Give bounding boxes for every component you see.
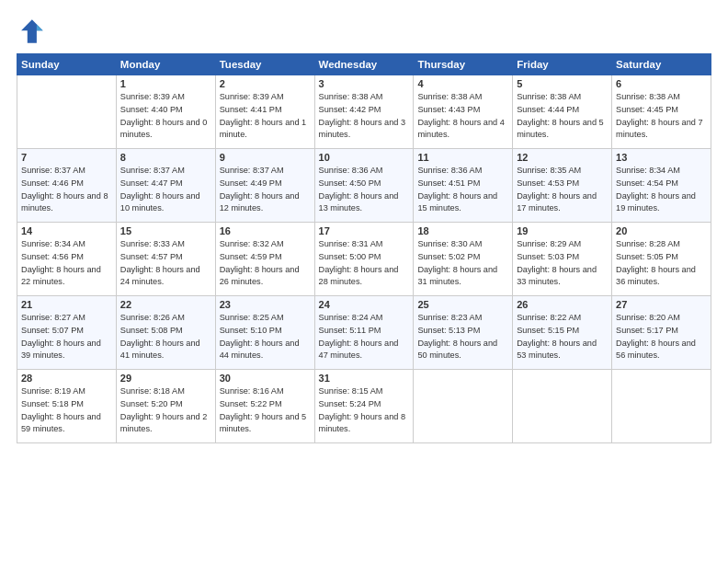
calendar-cell: [17, 75, 117, 149]
calendar-cell: 30Sunrise: 8:16 AMSunset: 5:22 PMDayligh…: [215, 370, 314, 443]
page: SundayMondayTuesdayWednesdayThursdayFrid…: [0, 0, 728, 563]
calendar-cell: 13Sunrise: 8:34 AMSunset: 4:54 PMDayligh…: [612, 149, 711, 223]
header-row: SundayMondayTuesdayWednesdayThursdayFrid…: [17, 54, 711, 75]
day-number: 17: [319, 225, 410, 236]
day-info: Sunrise: 8:37 AMSunset: 4:47 PMDaylight:…: [120, 165, 211, 215]
calendar-cell: [612, 370, 711, 443]
day-info: Sunrise: 8:37 AMSunset: 4:46 PMDaylight:…: [21, 165, 112, 215]
day-number: 6: [616, 78, 707, 89]
calendar-week-row: 21Sunrise: 8:27 AMSunset: 5:07 PMDayligh…: [17, 296, 711, 370]
day-number: 24: [319, 299, 410, 310]
day-number: 7: [21, 152, 112, 163]
day-number: 9: [220, 152, 311, 163]
calendar-cell: 24Sunrise: 8:24 AMSunset: 5:11 PMDayligh…: [314, 296, 414, 370]
svg-marker-0: [21, 19, 43, 42]
calendar-cell: 11Sunrise: 8:36 AMSunset: 4:51 PMDayligh…: [414, 149, 513, 223]
calendar-cell: 1Sunrise: 8:39 AMSunset: 4:40 PMDaylight…: [116, 75, 215, 149]
calendar-cell: 29Sunrise: 8:18 AMSunset: 5:20 PMDayligh…: [116, 370, 215, 443]
day-number: 20: [616, 225, 707, 236]
day-number: 22: [120, 299, 211, 310]
weekday-header: Tuesday: [215, 54, 314, 75]
day-number: 4: [417, 78, 508, 89]
calendar-cell: 10Sunrise: 8:36 AMSunset: 4:50 PMDayligh…: [314, 149, 414, 223]
logo-icon: [17, 17, 46, 46]
day-info: Sunrise: 8:16 AMSunset: 5:22 PMDaylight:…: [220, 385, 311, 436]
day-number: 12: [517, 152, 608, 163]
svg-marker-1: [37, 24, 43, 30]
day-number: 11: [417, 152, 508, 163]
day-info: Sunrise: 8:36 AMSunset: 4:51 PMDaylight:…: [417, 165, 508, 215]
day-number: 13: [616, 152, 707, 163]
calendar-week-row: 7Sunrise: 8:37 AMSunset: 4:46 PMDaylight…: [17, 149, 711, 223]
day-number: 3: [319, 78, 410, 89]
day-info: Sunrise: 8:39 AMSunset: 4:40 PMDaylight:…: [120, 91, 211, 142]
day-number: 25: [417, 299, 508, 310]
weekday-header: Thursday: [414, 54, 513, 75]
day-info: Sunrise: 8:35 AMSunset: 4:53 PMDaylight:…: [517, 165, 608, 215]
day-info: Sunrise: 8:24 AMSunset: 5:11 PMDaylight:…: [319, 312, 410, 362]
calendar-week-row: 14Sunrise: 8:34 AMSunset: 4:56 PMDayligh…: [17, 223, 711, 296]
calendar-cell: 6Sunrise: 8:38 AMSunset: 4:45 PMDaylight…: [612, 75, 711, 149]
day-number: 16: [220, 225, 311, 236]
day-info: Sunrise: 8:22 AMSunset: 5:15 PMDaylight:…: [517, 312, 608, 362]
logo: [17, 17, 50, 46]
day-info: Sunrise: 8:39 AMSunset: 4:41 PMDaylight:…: [220, 91, 311, 142]
day-info: Sunrise: 8:25 AMSunset: 5:10 PMDaylight:…: [220, 312, 311, 362]
day-info: Sunrise: 8:27 AMSunset: 5:07 PMDaylight:…: [21, 312, 112, 362]
day-info: Sunrise: 8:38 AMSunset: 4:42 PMDaylight:…: [319, 91, 410, 142]
calendar-cell: 3Sunrise: 8:38 AMSunset: 4:42 PMDaylight…: [314, 75, 414, 149]
day-number: 21: [21, 299, 112, 310]
day-number: 18: [417, 225, 508, 236]
calendar-cell: 4Sunrise: 8:38 AMSunset: 4:43 PMDaylight…: [414, 75, 513, 149]
calendar-cell: 23Sunrise: 8:25 AMSunset: 5:10 PMDayligh…: [215, 296, 314, 370]
day-number: 26: [517, 299, 608, 310]
calendar-cell: [513, 370, 612, 443]
weekday-header: Friday: [513, 54, 612, 75]
day-info: Sunrise: 8:37 AMSunset: 4:49 PMDaylight:…: [220, 165, 311, 215]
calendar-cell: 7Sunrise: 8:37 AMSunset: 4:46 PMDaylight…: [17, 149, 117, 223]
day-info: Sunrise: 8:34 AMSunset: 4:54 PMDaylight:…: [616, 165, 707, 215]
weekday-header: Sunday: [17, 54, 117, 75]
day-info: Sunrise: 8:29 AMSunset: 5:03 PMDaylight:…: [517, 238, 608, 289]
day-number: 8: [120, 152, 211, 163]
day-info: Sunrise: 8:33 AMSunset: 4:57 PMDaylight:…: [120, 238, 211, 289]
calendar-cell: 14Sunrise: 8:34 AMSunset: 4:56 PMDayligh…: [17, 223, 117, 296]
day-number: 23: [220, 299, 311, 310]
day-info: Sunrise: 8:32 AMSunset: 4:59 PMDaylight:…: [220, 238, 311, 289]
calendar-cell: 17Sunrise: 8:31 AMSunset: 5:00 PMDayligh…: [314, 223, 414, 296]
calendar-cell: 25Sunrise: 8:23 AMSunset: 5:13 PMDayligh…: [414, 296, 513, 370]
day-number: 29: [120, 373, 211, 384]
header: [17, 17, 711, 46]
day-info: Sunrise: 8:30 AMSunset: 5:02 PMDaylight:…: [417, 238, 508, 289]
day-number: 31: [319, 373, 410, 384]
day-info: Sunrise: 8:23 AMSunset: 5:13 PMDaylight:…: [417, 312, 508, 362]
calendar-cell: 20Sunrise: 8:28 AMSunset: 5:05 PMDayligh…: [612, 223, 711, 296]
calendar-cell: 5Sunrise: 8:38 AMSunset: 4:44 PMDaylight…: [513, 75, 612, 149]
calendar-week-row: 1Sunrise: 8:39 AMSunset: 4:40 PMDaylight…: [17, 75, 711, 149]
calendar-cell: 26Sunrise: 8:22 AMSunset: 5:15 PMDayligh…: [513, 296, 612, 370]
calendar-cell: 8Sunrise: 8:37 AMSunset: 4:47 PMDaylight…: [116, 149, 215, 223]
day-number: 10: [319, 152, 410, 163]
day-info: Sunrise: 8:15 AMSunset: 5:24 PMDaylight:…: [319, 385, 410, 436]
calendar-cell: 28Sunrise: 8:19 AMSunset: 5:18 PMDayligh…: [17, 370, 117, 443]
day-info: Sunrise: 8:26 AMSunset: 5:08 PMDaylight:…: [120, 312, 211, 362]
day-info: Sunrise: 8:20 AMSunset: 5:17 PMDaylight:…: [616, 312, 707, 362]
calendar-cell: 15Sunrise: 8:33 AMSunset: 4:57 PMDayligh…: [116, 223, 215, 296]
calendar-week-row: 28Sunrise: 8:19 AMSunset: 5:18 PMDayligh…: [17, 370, 711, 443]
day-number: 19: [517, 225, 608, 236]
day-number: 2: [220, 78, 311, 89]
calendar-cell: 31Sunrise: 8:15 AMSunset: 5:24 PMDayligh…: [314, 370, 414, 443]
day-number: 15: [120, 225, 211, 236]
day-info: Sunrise: 8:19 AMSunset: 5:18 PMDaylight:…: [21, 385, 112, 436]
calendar-cell: 18Sunrise: 8:30 AMSunset: 5:02 PMDayligh…: [414, 223, 513, 296]
day-number: 1: [120, 78, 211, 89]
day-info: Sunrise: 8:38 AMSunset: 4:44 PMDaylight:…: [517, 91, 608, 142]
calendar-table: SundayMondayTuesdayWednesdayThursdayFrid…: [17, 53, 711, 443]
day-number: 14: [21, 225, 112, 236]
calendar-cell: 27Sunrise: 8:20 AMSunset: 5:17 PMDayligh…: [612, 296, 711, 370]
day-number: 5: [517, 78, 608, 89]
day-info: Sunrise: 8:28 AMSunset: 5:05 PMDaylight:…: [616, 238, 707, 289]
calendar-cell: 16Sunrise: 8:32 AMSunset: 4:59 PMDayligh…: [215, 223, 314, 296]
calendar-cell: 21Sunrise: 8:27 AMSunset: 5:07 PMDayligh…: [17, 296, 117, 370]
day-info: Sunrise: 8:38 AMSunset: 4:45 PMDaylight:…: [616, 91, 707, 142]
